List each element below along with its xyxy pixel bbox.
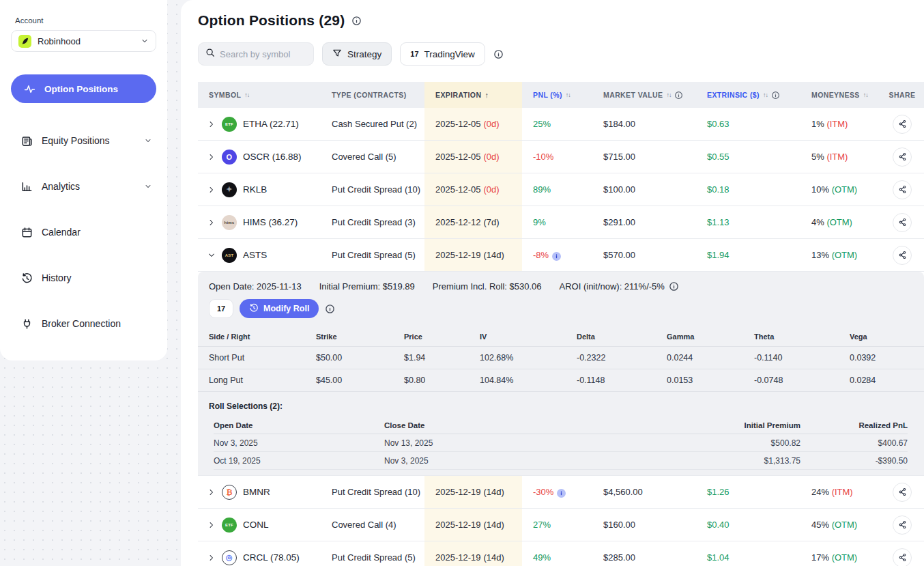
type-cell: Put Credit Spread (5): [321, 250, 424, 260]
info-icon[interactable]: [325, 304, 335, 314]
search-input-wrapper[interactable]: [198, 42, 314, 66]
share-button[interactable]: [893, 147, 912, 167]
table-row[interactable]: OOSCR (16.88)Covered Call (5)2025-12-05(…: [198, 141, 924, 173]
column-header-pnl-[interactable]: PNL (%)↑↓: [522, 82, 592, 108]
search-input[interactable]: [220, 49, 302, 59]
sidebar-item-broker-connection[interactable]: Broker Connection: [11, 315, 156, 332]
funnel-icon: [332, 48, 342, 60]
column-header-expiration[interactable]: EXPIRATION↑: [424, 82, 522, 108]
expand-chevron-icon[interactable]: [207, 186, 216, 194]
info-icon[interactable]: [771, 91, 780, 100]
meta-text: AROI (init/now): 211%/-5%: [560, 281, 665, 292]
column-header-share[interactable]: SHARE: [880, 82, 924, 108]
moneyness-value: 17%: [811, 552, 832, 563]
column-header-label: EXPIRATION: [435, 91, 481, 99]
info-icon[interactable]: [351, 16, 362, 26]
rolls-column-open-date: Open Date: [214, 421, 384, 429]
strategy-filter-button[interactable]: Strategy: [322, 42, 392, 66]
sidebar-item-calendar[interactable]: Calendar: [11, 224, 156, 240]
tradingview-chart-button[interactable]: 17: [209, 299, 233, 318]
table-row[interactable]: ◎CRCL (78.05)Put Credit Spread (5)2025-1…: [198, 541, 924, 566]
pnl-value: 89%: [533, 184, 551, 195]
moneyness-cell: 4% (OTM): [800, 217, 880, 227]
expand-chevron-icon[interactable]: [207, 488, 216, 496]
type-cell: Put Credit Spread (10): [321, 487, 424, 497]
expand-chevron-icon[interactable]: [207, 120, 216, 128]
table-row[interactable]: ASTASTSPut Credit Spread (5)2025-12-19(1…: [198, 239, 924, 272]
roll-open-date: Nov 3, 2025: [214, 438, 384, 448]
account-name: Robinhood: [38, 36, 134, 46]
table-row[interactable]: ✦RKLBPut Credit Spread (10)2025-12-05(0d…: [198, 173, 924, 206]
column-header-market-value[interactable]: MARKET VALUE↑↓: [592, 82, 696, 108]
calendar-icon: [20, 227, 33, 238]
moneyness-state: (OTM): [832, 552, 858, 563]
roll-open-date: Oct 19, 2025: [214, 456, 384, 466]
moneyness-state: (OTM): [832, 184, 858, 195]
column-header-moneyness[interactable]: MONEYNESS↑↓: [800, 82, 880, 108]
expand-chevron-icon[interactable]: [207, 153, 216, 161]
symbol-logo: ETF: [222, 518, 237, 533]
account-selector[interactable]: Robinhood: [11, 30, 156, 52]
table-row[interactable]: himsHIMS (36.27)Put Credit Spread (3)202…: [198, 206, 924, 239]
expiration-date: 2025-12-05: [435, 184, 481, 195]
history-icon: [249, 303, 259, 315]
moneyness-value: 45%: [811, 520, 832, 530]
pnl-info-badge-icon[interactable]: [552, 252, 561, 261]
legs-body: Short Put$50.00$1.94102.68%-0.23220.0244…: [198, 347, 924, 392]
expand-chevron-icon[interactable]: [207, 521, 216, 529]
sidebar-item-option-positions[interactable]: Option Positions: [11, 74, 156, 103]
table-row[interactable]: ₿BMNRPut Credit Spread (10)2025-12-19(14…: [198, 476, 924, 509]
share-button[interactable]: [893, 483, 912, 502]
sidebar-item-label: Analytics: [42, 181, 135, 192]
table-row[interactable]: ETFETHA (22.71)Cash Secured Put (2)2025-…: [198, 108, 924, 141]
roll-row: Oct 19, 2025Nov 3, 2025$1,313.75-$390.50: [214, 452, 908, 470]
collapse-chevron-icon[interactable]: [207, 251, 216, 259]
table-row[interactable]: ETFCONLCovered Call (4)2025-12-19(14d)27…: [198, 509, 924, 541]
modify-roll-button[interactable]: Modify Roll: [240, 299, 319, 318]
sidebar-item-history[interactable]: History: [11, 270, 156, 286]
sidebar-item-equity-positions[interactable]: Equity Positions: [11, 132, 156, 149]
expand-chevron-icon[interactable]: [207, 554, 216, 562]
column-header-type-contracts-[interactable]: TYPE (CONTRACTS): [321, 82, 424, 108]
expand-chevron-icon[interactable]: [207, 218, 216, 227]
moneyness-value: 5%: [811, 152, 826, 162]
share-button[interactable]: [893, 180, 912, 199]
info-icon[interactable]: [674, 91, 683, 100]
sort-icon[interactable]: ↑↓: [566, 91, 571, 98]
symbol-cell: ETFCONL: [198, 518, 321, 533]
info-icon[interactable]: [493, 49, 504, 59]
share-button[interactable]: [893, 515, 912, 535]
leg-cell: $50.00: [305, 353, 393, 363]
legs-column-strike: Strike: [305, 332, 393, 341]
market-value-cell: $160.00: [592, 520, 696, 530]
share-button[interactable]: [893, 213, 912, 232]
expiration-cell: 2025-12-05(0d): [424, 173, 522, 206]
leg-row: Short Put$50.00$1.94102.68%-0.23220.0244…: [198, 347, 924, 369]
expiration-date: 2025-12-12: [435, 217, 481, 227]
moneyness-cell: 17% (OTM): [800, 552, 880, 563]
position-meta-row: Open Date: 2025-11-13Initial Premium: $5…: [198, 280, 924, 292]
sort-icon[interactable]: ↑↓: [244, 91, 249, 98]
sort-icon[interactable]: ↑↓: [763, 91, 768, 98]
share-button[interactable]: [893, 115, 912, 134]
roll-realized-pnl: -$390.50: [800, 456, 908, 466]
share-cell: [880, 483, 924, 502]
share-button[interactable]: [893, 548, 912, 566]
expiration-date: 2025-12-19: [435, 552, 481, 563]
share-button[interactable]: [893, 246, 912, 265]
symbol-cell: ETFETHA (22.71): [198, 117, 321, 132]
sort-icon[interactable]: ↑↓: [863, 91, 868, 98]
sidebar-item-label: Equity Positions: [42, 135, 135, 146]
column-header-extrinsic-[interactable]: EXTRINSIC ($)↑↓: [696, 82, 800, 108]
market-value-cell: $291.00: [592, 217, 696, 227]
sort-icon[interactable]: ↑: [485, 91, 488, 99]
column-header-symbol[interactable]: SYMBOL↑↓: [198, 82, 321, 108]
info-icon[interactable]: [669, 281, 679, 292]
sidebar-item-analytics[interactable]: Analytics: [11, 178, 156, 195]
expiration-days: (14d): [484, 250, 504, 260]
tradingview-button[interactable]: 17 TradingView: [400, 42, 485, 66]
pnl-info-badge-icon[interactable]: [557, 489, 566, 498]
sort-icon[interactable]: ↑↓: [666, 91, 671, 98]
symbol-cell: ✦RKLB: [198, 182, 321, 197]
moneyness-value: 10%: [811, 184, 832, 195]
